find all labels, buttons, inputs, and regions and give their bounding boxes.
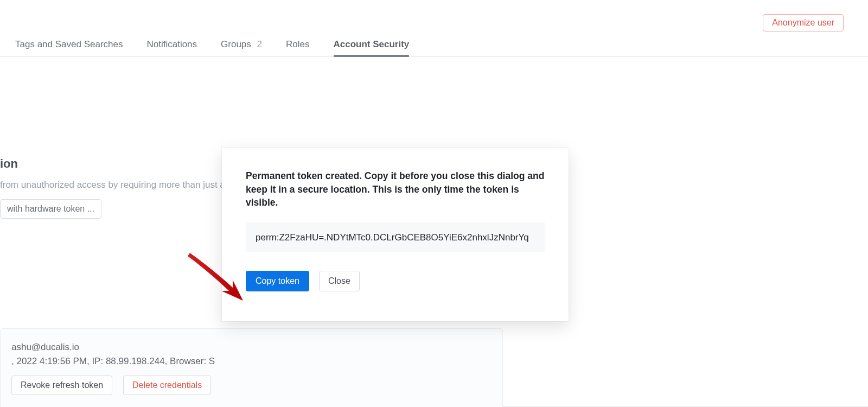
token-created-dialog: Permanent token created. Copy it before … bbox=[222, 148, 569, 321]
tab-label: Notifications bbox=[146, 39, 197, 49]
revoke-refresh-token-button[interactable]: Revoke refresh token bbox=[11, 376, 112, 395]
tab-count: 2 bbox=[257, 39, 262, 49]
anonymize-user-button[interactable]: Anonymize user bbox=[763, 14, 844, 31]
copy-token-button[interactable]: Copy token bbox=[246, 271, 309, 291]
two-factor-title-fragment: ion bbox=[0, 157, 18, 171]
tab-notifications[interactable]: Notifications bbox=[146, 39, 197, 56]
credentials-email-fragment: ashu@ducalis.io bbox=[11, 342, 492, 353]
tab-account-security[interactable]: Account Security bbox=[334, 39, 410, 56]
token-value[interactable]: perm:Z2FzaHU=.NDYtMTc0.DCLrGbCEB8O5YiE6x… bbox=[246, 222, 545, 253]
tab-groups[interactable]: Groups 2 bbox=[221, 39, 262, 56]
tab-roles[interactable]: Roles bbox=[286, 39, 309, 56]
tab-label: Account Security bbox=[334, 39, 410, 49]
tab-label: Roles bbox=[286, 39, 309, 49]
delete-credentials-button[interactable]: Delete credentials bbox=[123, 376, 211, 395]
tabs: Tags and Saved Searches Notifications Gr… bbox=[0, 33, 868, 57]
close-dialog-button[interactable]: Close bbox=[319, 271, 360, 291]
tab-label: Tags and Saved Searches bbox=[15, 39, 123, 49]
credentials-card: ashu@ducalis.io , 2022 4:19:56 PM, IP: 8… bbox=[0, 328, 503, 407]
tab-tags-saved-searches[interactable]: Tags and Saved Searches bbox=[15, 39, 123, 56]
credentials-session-fragment: , 2022 4:19:56 PM, IP: 88.99.198.244, Br… bbox=[11, 356, 492, 367]
hardware-token-button[interactable]: with hardware token ... bbox=[0, 199, 101, 219]
tab-label: Groups bbox=[221, 39, 251, 49]
dialog-headline: Permanent token created. Copy it before … bbox=[246, 169, 545, 209]
